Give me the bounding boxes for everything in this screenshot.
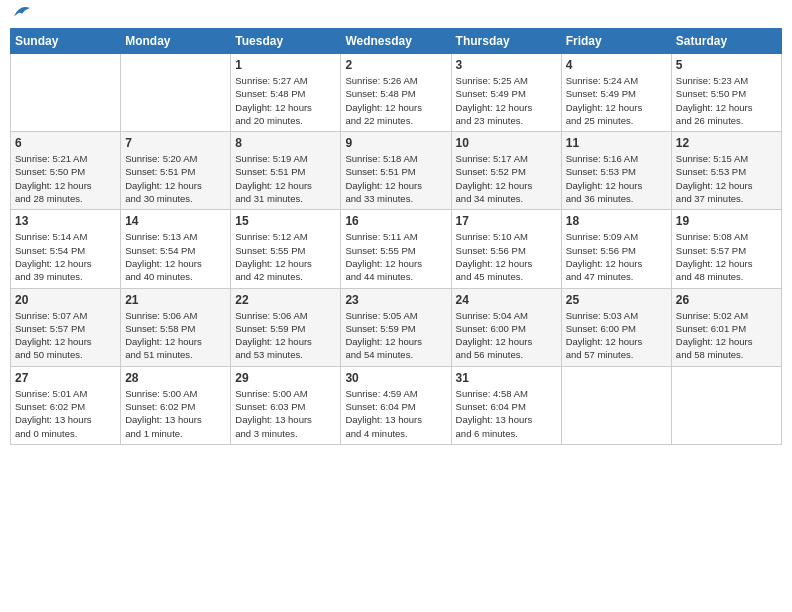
day-number: 4 [566, 58, 667, 72]
calendar-day-cell: 12Sunrise: 5:15 AM Sunset: 5:53 PM Dayli… [671, 132, 781, 210]
day-number: 13 [15, 214, 116, 228]
day-number: 17 [456, 214, 557, 228]
header [10, 10, 782, 20]
calendar-day-cell: 13Sunrise: 5:14 AM Sunset: 5:54 PM Dayli… [11, 210, 121, 288]
day-info: Sunrise: 5:00 AM Sunset: 6:02 PM Dayligh… [125, 387, 226, 440]
calendar-day-cell [671, 366, 781, 444]
calendar-day-cell: 27Sunrise: 5:01 AM Sunset: 6:02 PM Dayli… [11, 366, 121, 444]
day-info: Sunrise: 4:59 AM Sunset: 6:04 PM Dayligh… [345, 387, 446, 440]
calendar-body: 1Sunrise: 5:27 AM Sunset: 5:48 PM Daylig… [11, 54, 782, 445]
day-info: Sunrise: 5:02 AM Sunset: 6:01 PM Dayligh… [676, 309, 777, 362]
day-number: 25 [566, 293, 667, 307]
calendar: SundayMondayTuesdayWednesdayThursdayFrid… [10, 28, 782, 445]
day-number: 28 [125, 371, 226, 385]
day-number: 30 [345, 371, 446, 385]
day-of-week-header: Thursday [451, 29, 561, 54]
day-info: Sunrise: 5:00 AM Sunset: 6:03 PM Dayligh… [235, 387, 336, 440]
calendar-week-row: 27Sunrise: 5:01 AM Sunset: 6:02 PM Dayli… [11, 366, 782, 444]
day-number: 1 [235, 58, 336, 72]
day-number: 20 [15, 293, 116, 307]
day-number: 3 [456, 58, 557, 72]
day-number: 5 [676, 58, 777, 72]
calendar-day-cell: 15Sunrise: 5:12 AM Sunset: 5:55 PM Dayli… [231, 210, 341, 288]
calendar-day-cell: 10Sunrise: 5:17 AM Sunset: 5:52 PM Dayli… [451, 132, 561, 210]
calendar-day-cell: 4Sunrise: 5:24 AM Sunset: 5:49 PM Daylig… [561, 54, 671, 132]
day-info: Sunrise: 5:06 AM Sunset: 5:58 PM Dayligh… [125, 309, 226, 362]
calendar-day-cell: 20Sunrise: 5:07 AM Sunset: 5:57 PM Dayli… [11, 288, 121, 366]
day-of-week-header: Monday [121, 29, 231, 54]
calendar-day-cell: 28Sunrise: 5:00 AM Sunset: 6:02 PM Dayli… [121, 366, 231, 444]
day-info: Sunrise: 5:15 AM Sunset: 5:53 PM Dayligh… [676, 152, 777, 205]
day-info: Sunrise: 5:12 AM Sunset: 5:55 PM Dayligh… [235, 230, 336, 283]
day-number: 11 [566, 136, 667, 150]
calendar-day-cell: 22Sunrise: 5:06 AM Sunset: 5:59 PM Dayli… [231, 288, 341, 366]
day-info: Sunrise: 5:17 AM Sunset: 5:52 PM Dayligh… [456, 152, 557, 205]
day-of-week-header: Saturday [671, 29, 781, 54]
calendar-day-cell: 25Sunrise: 5:03 AM Sunset: 6:00 PM Dayli… [561, 288, 671, 366]
day-number: 16 [345, 214, 446, 228]
day-of-week-header: Sunday [11, 29, 121, 54]
calendar-day-cell: 26Sunrise: 5:02 AM Sunset: 6:01 PM Dayli… [671, 288, 781, 366]
calendar-day-cell: 24Sunrise: 5:04 AM Sunset: 6:00 PM Dayli… [451, 288, 561, 366]
calendar-week-row: 13Sunrise: 5:14 AM Sunset: 5:54 PM Dayli… [11, 210, 782, 288]
day-info: Sunrise: 5:27 AM Sunset: 5:48 PM Dayligh… [235, 74, 336, 127]
day-info: Sunrise: 5:03 AM Sunset: 6:00 PM Dayligh… [566, 309, 667, 362]
calendar-day-cell: 7Sunrise: 5:20 AM Sunset: 5:51 PM Daylig… [121, 132, 231, 210]
day-number: 29 [235, 371, 336, 385]
day-of-week-header: Friday [561, 29, 671, 54]
calendar-day-cell: 23Sunrise: 5:05 AM Sunset: 5:59 PM Dayli… [341, 288, 451, 366]
day-info: Sunrise: 5:21 AM Sunset: 5:50 PM Dayligh… [15, 152, 116, 205]
day-number: 24 [456, 293, 557, 307]
calendar-day-cell: 9Sunrise: 5:18 AM Sunset: 5:51 PM Daylig… [341, 132, 451, 210]
calendar-day-cell: 14Sunrise: 5:13 AM Sunset: 5:54 PM Dayli… [121, 210, 231, 288]
calendar-day-cell: 8Sunrise: 5:19 AM Sunset: 5:51 PM Daylig… [231, 132, 341, 210]
calendar-day-cell [561, 366, 671, 444]
day-number: 27 [15, 371, 116, 385]
day-of-week-header: Tuesday [231, 29, 341, 54]
day-info: Sunrise: 5:07 AM Sunset: 5:57 PM Dayligh… [15, 309, 116, 362]
day-info: Sunrise: 4:58 AM Sunset: 6:04 PM Dayligh… [456, 387, 557, 440]
calendar-day-cell: 11Sunrise: 5:16 AM Sunset: 5:53 PM Dayli… [561, 132, 671, 210]
day-number: 9 [345, 136, 446, 150]
day-number: 18 [566, 214, 667, 228]
calendar-day-cell [121, 54, 231, 132]
day-number: 10 [456, 136, 557, 150]
calendar-day-cell: 21Sunrise: 5:06 AM Sunset: 5:58 PM Dayli… [121, 288, 231, 366]
day-info: Sunrise: 5:06 AM Sunset: 5:59 PM Dayligh… [235, 309, 336, 362]
day-info: Sunrise: 5:05 AM Sunset: 5:59 PM Dayligh… [345, 309, 446, 362]
day-info: Sunrise: 5:09 AM Sunset: 5:56 PM Dayligh… [566, 230, 667, 283]
day-number: 6 [15, 136, 116, 150]
calendar-day-cell: 16Sunrise: 5:11 AM Sunset: 5:55 PM Dayli… [341, 210, 451, 288]
day-info: Sunrise: 5:01 AM Sunset: 6:02 PM Dayligh… [15, 387, 116, 440]
day-number: 22 [235, 293, 336, 307]
calendar-day-cell: 2Sunrise: 5:26 AM Sunset: 5:48 PM Daylig… [341, 54, 451, 132]
day-info: Sunrise: 5:18 AM Sunset: 5:51 PM Dayligh… [345, 152, 446, 205]
day-number: 23 [345, 293, 446, 307]
calendar-day-cell: 29Sunrise: 5:00 AM Sunset: 6:03 PM Dayli… [231, 366, 341, 444]
calendar-day-cell: 1Sunrise: 5:27 AM Sunset: 5:48 PM Daylig… [231, 54, 341, 132]
calendar-day-cell: 30Sunrise: 4:59 AM Sunset: 6:04 PM Dayli… [341, 366, 451, 444]
calendar-day-cell: 17Sunrise: 5:10 AM Sunset: 5:56 PM Dayli… [451, 210, 561, 288]
calendar-day-cell: 3Sunrise: 5:25 AM Sunset: 5:49 PM Daylig… [451, 54, 561, 132]
calendar-week-row: 20Sunrise: 5:07 AM Sunset: 5:57 PM Dayli… [11, 288, 782, 366]
day-info: Sunrise: 5:10 AM Sunset: 5:56 PM Dayligh… [456, 230, 557, 283]
calendar-day-cell [11, 54, 121, 132]
day-number: 7 [125, 136, 226, 150]
day-info: Sunrise: 5:16 AM Sunset: 5:53 PM Dayligh… [566, 152, 667, 205]
calendar-day-cell: 18Sunrise: 5:09 AM Sunset: 5:56 PM Dayli… [561, 210, 671, 288]
day-number: 2 [345, 58, 446, 72]
day-number: 21 [125, 293, 226, 307]
day-info: Sunrise: 5:20 AM Sunset: 5:51 PM Dayligh… [125, 152, 226, 205]
calendar-day-cell: 6Sunrise: 5:21 AM Sunset: 5:50 PM Daylig… [11, 132, 121, 210]
day-info: Sunrise: 5:19 AM Sunset: 5:51 PM Dayligh… [235, 152, 336, 205]
calendar-day-cell: 5Sunrise: 5:23 AM Sunset: 5:50 PM Daylig… [671, 54, 781, 132]
day-info: Sunrise: 5:04 AM Sunset: 6:00 PM Dayligh… [456, 309, 557, 362]
day-info: Sunrise: 5:13 AM Sunset: 5:54 PM Dayligh… [125, 230, 226, 283]
day-info: Sunrise: 5:11 AM Sunset: 5:55 PM Dayligh… [345, 230, 446, 283]
day-info: Sunrise: 5:24 AM Sunset: 5:49 PM Dayligh… [566, 74, 667, 127]
calendar-day-cell: 31Sunrise: 4:58 AM Sunset: 6:04 PM Dayli… [451, 366, 561, 444]
day-number: 26 [676, 293, 777, 307]
day-number: 31 [456, 371, 557, 385]
calendar-day-cell: 19Sunrise: 5:08 AM Sunset: 5:57 PM Dayli… [671, 210, 781, 288]
calendar-header-row: SundayMondayTuesdayWednesdayThursdayFrid… [11, 29, 782, 54]
